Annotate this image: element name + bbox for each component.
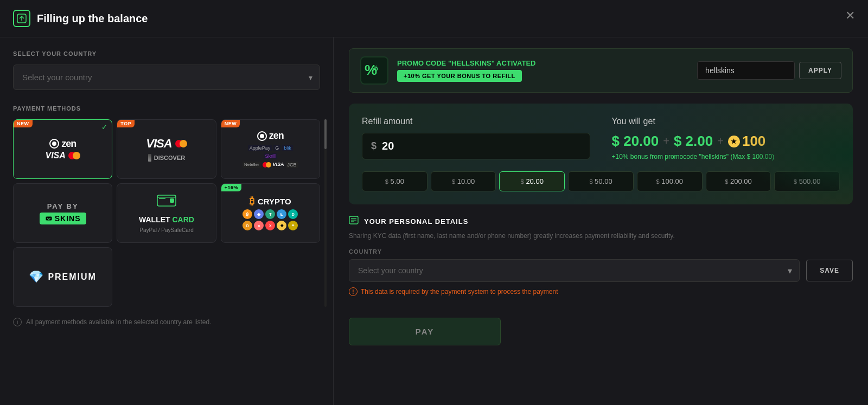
app-logo <box>13 10 30 27</box>
country-select-right-wrap[interactable]: Select your country ▾ <box>349 259 800 282</box>
wallet-card-logo: WALLET CARD PayPal / PaySafeCard <box>139 193 194 233</box>
payment-footer-info: i All payment methods available in the s… <box>13 318 320 326</box>
personal-details-section: YOUR PERSONAL DETAILS Sharing KYC data (… <box>349 215 853 296</box>
country-label: COUNTRY <box>349 248 853 255</box>
preset-20[interactable]: $ 20.00 <box>499 171 565 191</box>
right-panel: % % PROMO CODE "HELLSKINS" ACTIVATED +10… <box>334 37 868 405</box>
usdt-coin-icon: T <box>265 209 275 219</box>
visa-discover-logos: VISA <box>146 137 187 151</box>
pay-by-label: PAY BY <box>47 202 79 210</box>
preset-100[interactable]: $ 100.00 <box>637 171 703 191</box>
crypto-logo: ₿ CRYPTO ₿ ◆ T Ł D D × X <box>242 196 298 230</box>
payment-method-zen-visa[interactable]: NEW ✓ zen VISA <box>13 119 112 179</box>
promo-text-block: PROMO CODE "HELLSKINS" ACTIVATED +10% GE… <box>397 59 688 82</box>
save-button[interactable]: SAVE <box>806 260 853 281</box>
info-icon: i <box>13 318 22 326</box>
refill-bg-decoration <box>744 104 853 204</box>
preset-5[interactable]: $ 5.00 <box>362 171 427 191</box>
error-icon: ! <box>349 287 358 296</box>
payment-method-pay-by-skins[interactable]: PAY BY SKINS <box>13 183 112 243</box>
crypto-text: CRYPTO <box>258 197 291 206</box>
discover-text: DISCOVER <box>154 155 185 161</box>
modal-header: Filling up the balance ✕ <box>0 0 868 37</box>
pay-button[interactable]: PAY <box>349 318 501 345</box>
zen-circle-icon <box>49 139 59 149</box>
promo-input-wrap: APPLY <box>697 61 841 80</box>
payment-method-zen-multi[interactable]: NEW zen ApplePay G blik Skrill <box>221 119 320 179</box>
promo-bonus-button[interactable]: +10% GET YOUR BONUS TO REFILL <box>397 70 522 82</box>
svg-text:%: % <box>372 65 378 72</box>
error-text: This data is required by the payment sys… <box>361 288 558 295</box>
bonus-amount: $ 2.00 <box>674 133 713 150</box>
payment-method-visa-discover[interactable]: TOP VISA DISCOVER <box>117 119 216 179</box>
discover-row: DISCOVER <box>148 154 185 162</box>
payment-method-wallet-card[interactable]: WALLET CARD PayPal / PaySafeCard <box>117 183 216 243</box>
xlm-coin-icon: ✦ <box>288 221 298 230</box>
zen-multi-logo: zen ApplePay G blik Skrill Neteller <box>242 130 298 168</box>
plus-icon-2: + <box>717 135 724 147</box>
payment-section-label: PAYMENT METHODS <box>13 105 320 112</box>
preset-10[interactable]: $ 10.00 <box>431 171 496 191</box>
payment-method-crypto[interactable]: +16% ₿ CRYPTO ₿ ◆ T Ł D <box>221 183 320 243</box>
payment-method-premium[interactable]: 💎 PREMIUM <box>13 247 112 307</box>
trx-coin-icon: X <box>265 221 275 230</box>
xmr-coin-icon: × <box>254 221 264 230</box>
zen-circle-icon-2 <box>257 131 267 141</box>
dollar-sign-icon: $ <box>371 140 376 152</box>
wallet-icon <box>157 193 176 212</box>
payment-methods-grid: NEW ✓ zen VISA <box>13 119 320 307</box>
zen-visa-logo: zen VISA <box>45 138 80 160</box>
promo-bar: % % PROMO CODE "HELLSKINS" ACTIVATED +10… <box>349 48 853 93</box>
refill-amount-input[interactable] <box>382 140 580 152</box>
selected-checkmark-icon: ✓ <box>101 123 107 131</box>
premium-logo: 💎 PREMIUM <box>29 270 97 284</box>
diamond-icon: 💎 <box>29 270 43 284</box>
country-select-right[interactable]: Select your country <box>349 259 800 282</box>
promo-percent-icon: % % <box>360 56 388 85</box>
eth-coin-icon: ◆ <box>254 209 264 219</box>
close-button[interactable]: ✕ <box>845 10 855 22</box>
payment-icons-row2: Neteller VISA JCB <box>242 162 298 168</box>
error-message: ! This data is required by the payment s… <box>349 287 853 296</box>
bitcoin-coin-icon: ₿ <box>242 209 252 219</box>
personal-details-icon <box>349 215 359 228</box>
top-badge: TOP <box>117 120 135 127</box>
coin-icon: ★ <box>728 136 740 147</box>
promo-code-line: PROMO CODE "HELLSKINS" ACTIVATED <box>397 59 688 67</box>
bitcoin-icon: ₿ <box>250 196 254 207</box>
stripe-bar-icon <box>148 154 151 162</box>
personal-header: YOUR PERSONAL DETAILS <box>349 215 853 228</box>
plus-icon-1: + <box>663 135 669 147</box>
scroll-rail <box>324 119 327 307</box>
country-select-left[interactable]: Select your country <box>13 65 320 90</box>
country-select-wrap[interactable]: Select your country ▾ <box>13 65 320 90</box>
base-amount: $ 20.00 <box>612 133 659 150</box>
scroll-thumb <box>324 119 327 149</box>
pay-by-skins-logo: PAY BY SKINS <box>40 202 86 224</box>
bnb-coin-icon: ◆ <box>277 221 286 230</box>
promo-code-input[interactable] <box>697 61 795 80</box>
skins-badge: SKINS <box>40 213 86 224</box>
modal: Filling up the balance ✕ SELECT YOUR COU… <box>0 0 868 405</box>
personal-title: YOUR PERSONAL DETAILS <box>364 217 468 226</box>
modal-title: Filling up the balance <box>37 12 148 25</box>
wallet-subtitle: PayPal / PaySafeCard <box>139 227 194 233</box>
doge-coin-icon: D <box>242 221 252 230</box>
left-panel: SELECT YOUR COUNTRY Select your country … <box>0 37 334 405</box>
dash-coin-icon: D <box>288 209 298 219</box>
visa-big-text: VISA <box>146 137 171 151</box>
mastercard-yellow-circle-icon <box>73 152 80 159</box>
svg-rect-3 <box>170 198 174 203</box>
plus16-badge: +16% <box>221 184 241 191</box>
payment-info-text: All payment methods available in the sel… <box>26 318 212 326</box>
country-section-label: SELECT YOUR COUNTRY <box>13 50 320 57</box>
payment-icons-row: ApplePay G blik Skrill <box>246 145 295 159</box>
preset-50[interactable]: $ 50.00 <box>568 171 634 191</box>
new-badge: NEW <box>14 120 33 127</box>
refill-amount-column: Refill amount $ <box>362 117 590 160</box>
promo-apply-button[interactable]: APPLY <box>799 62 841 79</box>
ltc-coin-icon: Ł <box>277 209 286 219</box>
premium-text: PREMIUM <box>48 272 97 282</box>
visa-text: VISA <box>45 151 65 160</box>
crypto-icons: ₿ ◆ T Ł D D × X ◆ ✦ <box>242 209 298 230</box>
